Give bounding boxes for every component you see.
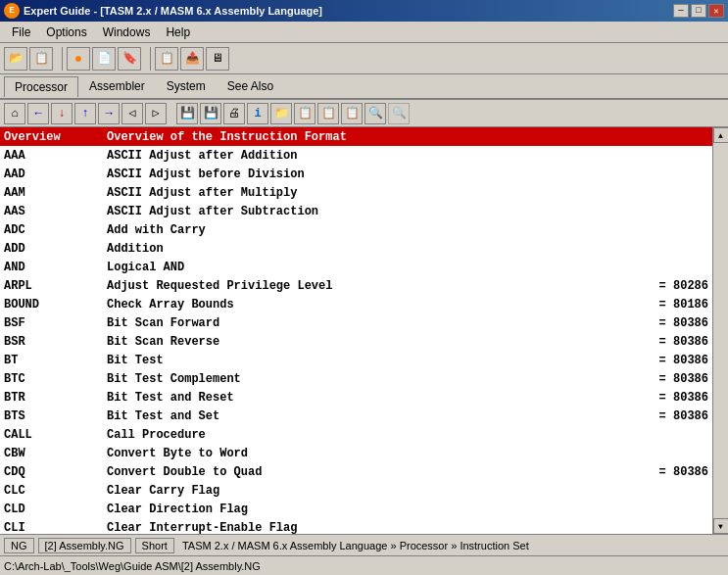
- menu-help[interactable]: Help: [158, 24, 198, 41]
- toolbar-btn-2[interactable]: 📋: [29, 47, 53, 71]
- row-proc: = 80386: [624, 354, 712, 367]
- nav-info[interactable]: i: [247, 103, 268, 124]
- nav-search2[interactable]: 🔍: [388, 103, 410, 124]
- scroll-down-arrow[interactable]: ▼: [713, 518, 729, 534]
- nav-save2[interactable]: 💾: [200, 103, 221, 124]
- table-row[interactable]: AAAASCII Adjust after Addition: [0, 146, 712, 165]
- row-desc: Bit Test: [103, 354, 624, 367]
- nav-copy1[interactable]: 📋: [294, 103, 315, 124]
- nav-down[interactable]: ↓: [51, 103, 73, 124]
- row-desc: Add with Carry: [103, 223, 712, 237]
- table-row[interactable]: BSFBit Scan Forward= 80386: [0, 313, 712, 332]
- row-name: AND: [0, 261, 103, 274]
- row-desc: Clear Direction Flag: [103, 503, 712, 516]
- nav-rewind-back[interactable]: ◁: [121, 103, 143, 124]
- nav-back[interactable]: ←: [27, 103, 49, 124]
- table-row[interactable]: AASASCII Adjust after Subtraction: [0, 202, 712, 220]
- row-name: BT: [0, 354, 103, 367]
- table-row[interactable]: CLDClear Direction Flag: [0, 500, 712, 518]
- row-desc: Bit Test and Set: [103, 409, 624, 423]
- nav-forward[interactable]: →: [98, 103, 120, 124]
- instruction-list: Overview Overview of the Instruction For…: [0, 127, 712, 534]
- title-bar: E Expert Guide - [TASM 2.x / MASM 6.x As…: [0, 0, 728, 22]
- row-desc: Call Procedure: [103, 428, 712, 442]
- close-button[interactable]: ✕: [708, 4, 724, 18]
- table-row[interactable]: BTRBit Test and Reset= 80386: [0, 388, 712, 407]
- table-row[interactable]: ADCAdd with Carry: [0, 220, 712, 239]
- table-row[interactable]: CBWConvert Byte to Word: [0, 444, 712, 462]
- content-area: Overview Overview of the Instruction For…: [0, 127, 728, 534]
- status-short: Short: [135, 538, 174, 553]
- nav-print[interactable]: 🖨: [223, 103, 245, 124]
- row-name: AAS: [0, 205, 103, 218]
- nav-save1[interactable]: 💾: [176, 103, 198, 124]
- menu-windows[interactable]: Windows: [95, 24, 159, 41]
- nav-copy3[interactable]: 📋: [341, 103, 363, 124]
- status-bar: NG [2] Assembly.NG Short TASM 2.x / MASM…: [0, 534, 728, 555]
- row-proc: = 80186: [624, 298, 712, 311]
- toolbar-separator-2: [145, 47, 151, 71]
- tab-see-also[interactable]: See Also: [217, 75, 284, 97]
- tab-system[interactable]: System: [156, 75, 217, 97]
- row-desc: Bit Test Complement: [103, 372, 624, 386]
- status-breadcrumb: TASM 2.x / MASM 6.x Assembly Language » …: [178, 539, 533, 552]
- table-row[interactable]: ADDAddition: [0, 239, 712, 258]
- nav-copy2[interactable]: 📋: [317, 103, 339, 124]
- table-row[interactable]: AAMASCII Adjust after Multiply: [0, 183, 712, 202]
- row-desc: Logical AND: [103, 261, 712, 274]
- nav-up[interactable]: ↑: [74, 103, 96, 124]
- row-name: BSR: [0, 335, 103, 349]
- header-desc: Overview of the Instruction Format: [103, 130, 712, 144]
- toolbar-btn-4[interactable]: 📄: [92, 47, 116, 71]
- table-row[interactable]: BTSBit Test and Set= 80386: [0, 407, 712, 425]
- toolbar-btn-5[interactable]: 🔖: [118, 47, 141, 71]
- list-header: Overview Overview of the Instruction For…: [0, 127, 712, 146]
- table-row[interactable]: BTBit Test= 80386: [0, 351, 712, 369]
- scrollbar[interactable]: ▲ ▼: [712, 127, 728, 534]
- nav-rewind-fwd[interactable]: ▷: [145, 103, 167, 124]
- nav-search1[interactable]: 🔍: [364, 103, 386, 124]
- toolbar-btn-6[interactable]: 📋: [155, 47, 178, 71]
- table-row[interactable]: BTCBit Test Complement= 80386: [0, 369, 712, 388]
- maximize-button[interactable]: □: [691, 4, 706, 18]
- toolbar: 📂 📋 ● 📄 🔖 📋 📤 🖥: [0, 43, 728, 74]
- menu-file[interactable]: File: [4, 24, 38, 41]
- row-proc: = 80386: [624, 316, 712, 330]
- row-name: BTC: [0, 372, 103, 386]
- nav-home[interactable]: ⌂: [4, 103, 25, 124]
- tab-assembler[interactable]: Assembler: [78, 75, 156, 97]
- row-name: BSF: [0, 316, 103, 330]
- row-name: CDQ: [0, 465, 103, 479]
- menu-options[interactable]: Options: [38, 24, 94, 41]
- scroll-up-arrow[interactable]: ▲: [713, 127, 729, 143]
- table-row[interactable]: CDQConvert Double to Quad= 80386: [0, 462, 712, 481]
- row-name: ADC: [0, 223, 103, 237]
- table-row[interactable]: AADASCII Adjust before Division: [0, 165, 712, 183]
- row-proc: = 80286: [624, 279, 712, 293]
- tab-processor[interactable]: Processor: [4, 76, 78, 97]
- row-name: BTR: [0, 391, 103, 405]
- row-proc: = 80386: [624, 465, 712, 479]
- title-bar-text: Expert Guide - [TASM 2.x / MASM 6.x Asse…: [24, 5, 322, 17]
- toolbar-btn-3[interactable]: ●: [67, 47, 90, 71]
- table-row[interactable]: CALLCall Procedure: [0, 425, 712, 444]
- table-row[interactable]: ANDLogical AND: [0, 258, 712, 276]
- table-row[interactable]: ARPLAdjust Requested Privilege Level= 80…: [0, 276, 712, 295]
- minimize-button[interactable]: ─: [673, 4, 689, 18]
- toolbar-btn-8[interactable]: 🖥: [206, 47, 229, 71]
- nav-folder[interactable]: 📁: [270, 103, 292, 124]
- table-row[interactable]: CLCClear Carry Flag: [0, 481, 712, 500]
- row-name: CBW: [0, 447, 103, 460]
- title-bar-left: E Expert Guide - [TASM 2.x / MASM 6.x As…: [4, 3, 322, 19]
- row-proc: = 80386: [624, 372, 712, 386]
- toolbar-btn-1[interactable]: 📂: [4, 47, 27, 71]
- row-desc: Convert Double to Quad: [103, 465, 624, 479]
- row-name: ARPL: [0, 279, 103, 293]
- table-row[interactable]: CLIClear Interrupt-Enable Flag: [0, 518, 712, 534]
- toolbar-btn-7[interactable]: 📤: [180, 47, 204, 71]
- table-row[interactable]: BOUNDCheck Array Bounds= 80186: [0, 295, 712, 313]
- scroll-track[interactable]: [713, 143, 729, 518]
- row-name: AAM: [0, 186, 103, 200]
- row-name: CLI: [0, 521, 103, 535]
- table-row[interactable]: BSRBit Scan Reverse= 80386: [0, 332, 712, 351]
